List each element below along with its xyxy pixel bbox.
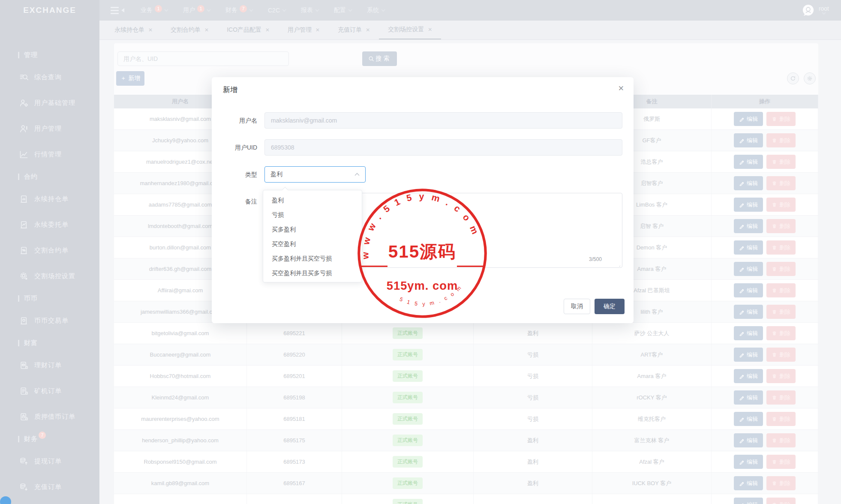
cancel-button[interactable]: 取消 [564, 299, 590, 314]
edit-button[interactable]: 编辑 [734, 412, 763, 426]
column-settings-button[interactable] [804, 72, 816, 84]
cell-username: henderson_phillip@yahoo.com [114, 430, 247, 451]
pencil-icon [739, 223, 745, 229]
delete-button[interactable]: 删除 [766, 455, 796, 469]
type-option[interactable]: 买空盈利 [263, 237, 362, 252]
edit-button[interactable]: 编辑 [734, 476, 763, 490]
sidebar-item-永续委托单[interactable]: 永续委托单 [0, 212, 99, 237]
delete-button[interactable]: 删除 [766, 262, 796, 276]
delete-button[interactable]: 删除 [766, 198, 796, 212]
tab-close-icon[interactable]: ✕ [204, 27, 209, 33]
uid-field[interactable] [264, 139, 622, 156]
tab-交割合约单[interactable]: 交割合约单✕ [162, 21, 218, 39]
sidebar-item-充值订单[interactable]: 充值订单 [0, 474, 99, 500]
user-menu[interactable]: root [802, 4, 829, 17]
edit-button[interactable]: 编辑 [734, 433, 763, 447]
nav-item-用户[interactable]: 用户1 [183, 6, 211, 14]
status-badge: 正式账号 [393, 370, 423, 382]
tab-交割场控设置[interactable]: 交割场控设置✕ [379, 21, 441, 39]
delete-button[interactable]: 删除 [766, 133, 796, 147]
delete-button[interactable]: 删除 [766, 283, 796, 297]
delete-button[interactable]: 删除 [766, 112, 796, 126]
delete-button[interactable]: 删除 [766, 369, 796, 383]
nav-item-报表[interactable]: 报表 [301, 6, 319, 14]
edit-button[interactable]: 编辑 [734, 133, 763, 147]
tab-close-icon[interactable]: ✕ [428, 27, 432, 33]
nav-item-系统[interactable]: 系统 [367, 6, 385, 14]
sidebar-item-质押借币订单[interactable]: 质押借币订单 [0, 404, 99, 429]
sidebar-item-理财订单[interactable]: 理财订单 [0, 352, 99, 378]
search-button[interactable]: 搜索 [362, 51, 397, 66]
nav-item-C2C[interactable]: C2C [268, 7, 286, 14]
edit-button[interactable]: 编辑 [734, 262, 763, 276]
edit-button[interactable]: 编辑 [734, 348, 763, 362]
edit-button[interactable]: 编辑 [734, 176, 763, 190]
tab-label: 永续持仓单 [114, 26, 144, 34]
type-select[interactable]: 盈利 [264, 166, 366, 183]
sidebar-item-永续持仓单[interactable]: 永续持仓单 [0, 186, 99, 212]
delete-button[interactable]: 删除 [766, 326, 796, 340]
topbar: EXCHANGE 业务1用户1财务7C2C报表配置系统 root [0, 0, 841, 21]
delete-button[interactable]: 删除 [766, 219, 796, 233]
add-button[interactable]: ＋ 新增 [116, 71, 144, 86]
user-name: root [819, 6, 829, 12]
status-badge: 正式账号 [393, 413, 423, 425]
edit-button[interactable]: 编辑 [734, 390, 763, 405]
delete-button[interactable]: 删除 [766, 348, 796, 362]
tab-用户管理[interactable]: 用户管理✕ [279, 21, 329, 39]
sidebar-item-行情管理[interactable]: 行情管理 [0, 141, 99, 167]
confirm-button[interactable]: 确定 [595, 299, 625, 314]
edit-button[interactable]: 编辑 [734, 369, 763, 383]
sidebar-item-综合查询[interactable]: 综合查询 [0, 64, 99, 90]
close-icon[interactable]: ✕ [618, 84, 624, 93]
delete-button[interactable]: 删除 [766, 240, 796, 255]
tab-永续持仓单[interactable]: 永续持仓单✕ [105, 21, 162, 39]
sidebar-item-用户管理[interactable]: 用户管理 [0, 116, 99, 141]
type-option[interactable]: 买空盈利并且买多亏损 [263, 266, 362, 281]
username-field[interactable] [264, 112, 622, 129]
nav-item-业务[interactable]: 业务1 [141, 6, 168, 14]
type-option[interactable]: 买多盈利 [263, 222, 362, 237]
tab-close-icon[interactable]: ✕ [148, 27, 153, 33]
edit-button[interactable]: 编辑 [734, 305, 763, 319]
nav-item-财务[interactable]: 财务7 [225, 6, 253, 14]
sidebar-item-币币交易单[interactable]: 币币交易单 [0, 308, 99, 333]
tab-close-icon[interactable]: ✕ [265, 27, 270, 33]
edit-button[interactable]: 编辑 [734, 326, 763, 340]
sidebar-item-交割场控设置[interactable]: 交割场控设置 [0, 263, 99, 289]
refresh-button[interactable] [787, 72, 799, 84]
edit-button[interactable]: 编辑 [734, 240, 763, 255]
sidebar-item-矿机订单[interactable]: 矿机订单 [0, 378, 99, 404]
cell-actions: 编辑删除 [712, 494, 818, 504]
delete-button[interactable]: 删除 [766, 498, 796, 504]
sidebar-item-提现订单[interactable]: 提现订单 [0, 448, 99, 474]
tab-充值订单[interactable]: 充值订单✕ [329, 21, 379, 39]
delete-button[interactable]: 删除 [766, 390, 796, 405]
delete-button[interactable]: 删除 [766, 305, 796, 319]
cell-actions: 编辑删除 [712, 301, 818, 322]
delete-button[interactable]: 删除 [766, 155, 796, 169]
tab-close-icon[interactable]: ✕ [315, 27, 320, 33]
trash-icon [772, 266, 777, 272]
edit-button[interactable]: 编辑 [734, 219, 763, 233]
edit-button[interactable]: 编辑 [734, 498, 763, 504]
sidebar-item-交割合约单[interactable]: 交割合约单 [0, 237, 99, 263]
sidebar-item-用户基础管理[interactable]: 用户基础管理 [0, 90, 99, 116]
edit-button[interactable]: 编辑 [734, 455, 763, 469]
tab-close-icon[interactable]: ✕ [366, 27, 370, 33]
delete-button[interactable]: 删除 [766, 176, 796, 190]
tab-ICO产品配置[interactable]: ICO产品配置✕ [218, 21, 279, 39]
edit-button[interactable]: 编辑 [734, 155, 763, 169]
edit-button[interactable]: 编辑 [734, 112, 763, 126]
edit-button[interactable]: 编辑 [734, 283, 763, 297]
delete-button[interactable]: 删除 [766, 433, 796, 447]
edit-button[interactable]: 编辑 [734, 198, 763, 212]
delete-button[interactable]: 删除 [766, 476, 796, 490]
type-option[interactable]: 买多盈利并且买空亏损 [263, 252, 362, 266]
search-input[interactable] [117, 51, 289, 66]
type-option[interactable]: 盈利 [263, 193, 362, 208]
sidebar-collapse-button[interactable] [111, 7, 124, 14]
nav-item-配置[interactable]: 配置 [334, 6, 352, 14]
delete-button[interactable]: 删除 [766, 412, 796, 426]
type-option[interactable]: 亏损 [263, 208, 362, 222]
